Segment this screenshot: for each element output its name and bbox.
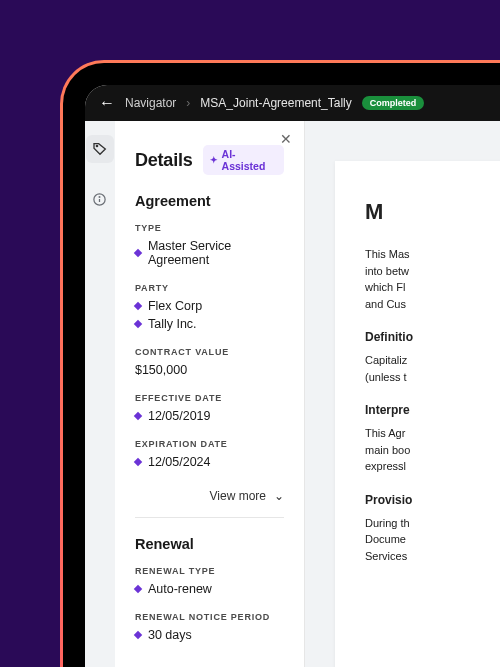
divider [135,517,284,518]
field-label-renewal-notice: RENEWAL NOTICE PERIOD [135,612,284,622]
party-1-text: Tally Inc. [148,317,197,331]
diamond-icon [134,320,142,328]
back-arrow-icon[interactable]: ← [99,95,115,111]
document-title: M [365,195,500,228]
renewal-notice-text: 30 days [148,628,192,642]
panel-title: Details [135,150,193,171]
device-bezel: ← Navigator › MSA_Joint-Agreement_Tally … [63,63,500,667]
diamond-icon [134,249,142,257]
field-value-contract-value: $150,000 [135,363,284,377]
view-more-button[interactable]: View more ⌄ [135,485,284,517]
svg-point-0 [96,145,97,146]
top-navigation-bar: ← Navigator › MSA_Joint-Agreement_Tally … [85,85,500,121]
expiration-date-text: 12/05/2024 [148,455,211,469]
app-screen: ← Navigator › MSA_Joint-Agreement_Tally … [85,85,500,667]
diamond-icon [134,585,142,593]
diamond-icon [134,458,142,466]
field-value-renewal-notice: 30 days [135,628,284,642]
doc-heading-interpretation: Interpre [365,401,500,419]
ai-assisted-chip: ✦ AI-Assisted [203,145,284,175]
effective-date-text: 12/05/2019 [148,409,211,423]
section-heading-renewal: Renewal [135,536,284,552]
field-value-expiration-date: 12/05/2024 [135,455,284,469]
party-0-text: Flex Corp [148,299,202,313]
field-label-effective-date: EFFECTIVE DATE [135,393,284,403]
field-label-party: PARTY [135,283,284,293]
ai-chip-label: AI-Assisted [222,148,277,172]
doc-heading-provisions: Provisio [365,491,500,509]
details-panel: ✕ Details ✦ AI-Assisted Agreement TYPE [115,121,305,667]
document-viewer: M This Mas into betw which Fl and Cus De… [305,121,500,667]
breadcrumb-root[interactable]: Navigator [125,96,176,110]
view-more-label: View more [210,489,266,503]
info-icon[interactable] [86,185,114,213]
chevron-down-icon: ⌄ [274,489,284,503]
breadcrumb-file: MSA_Joint-Agreement_Tally [200,96,351,110]
tag-icon[interactable] [86,135,114,163]
field-label-renewal-type: RENEWAL TYPE [135,566,284,576]
field-label-contract-value: CONTRACT VALUE [135,347,284,357]
renewal-type-text: Auto-renew [148,582,212,596]
field-value-party-0: Flex Corp [135,299,284,313]
field-value-type: Master Service Agreement [135,239,284,267]
type-value-text: Master Service Agreement [148,239,284,267]
sidebar-icon-rail [85,121,115,667]
svg-point-3 [100,196,101,197]
device-frame: ← Navigator › MSA_Joint-Agreement_Tally … [60,60,500,667]
field-label-type: TYPE [135,223,284,233]
document-intro: This Mas into betw which Fl and Cus [365,246,500,312]
doc-body-definitions: Capitaliz (unless t [365,352,500,385]
field-label-expiration-date: EXPIRATION DATE [135,439,284,449]
content-area: ✕ Details ✦ AI-Assisted Agreement TYPE [85,121,500,667]
status-badge: Completed [362,96,425,110]
field-value-renewal-type: Auto-renew [135,582,284,596]
sparkle-icon: ✦ [210,155,218,165]
doc-heading-definitions: Definitio [365,328,500,346]
close-icon[interactable]: ✕ [280,131,292,147]
doc-body-interpretation: This Agr main boo expressl [365,425,500,475]
diamond-icon [134,302,142,310]
diamond-icon [134,631,142,639]
doc-body-provisions: During th Docume Services [365,515,500,565]
field-value-effective-date: 12/05/2019 [135,409,284,423]
document-page: M This Mas into betw which Fl and Cus De… [335,161,500,667]
diamond-icon [134,412,142,420]
section-heading-agreement: Agreement [135,193,284,209]
field-value-party-1: Tally Inc. [135,317,284,331]
chevron-right-icon: › [186,96,190,110]
